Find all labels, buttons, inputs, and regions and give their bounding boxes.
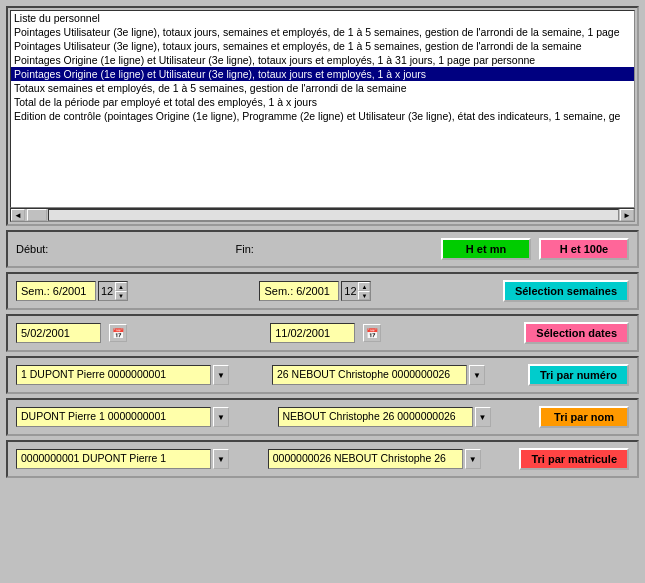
- tri-numero-row: 1 DUPONT Pierre 0000000001 ▼ 26 NEBOUT C…: [6, 356, 639, 394]
- tri-nom-row: DUPONT Pierre 1 0000000001 ▼ NEBOUT Chri…: [6, 398, 639, 436]
- num-dropdown1-container: 1 DUPONT Pierre 0000000001 ▼: [16, 365, 229, 385]
- time-format-row: Début: Fin: H et mn H et 100e: [6, 230, 639, 268]
- date2-calendar-icon[interactable]: 📅: [363, 324, 381, 342]
- mat-dropdown2-container: 0000000026 NEBOUT Christophe 26 ▼: [268, 449, 481, 469]
- list-section: Liste du personnelPointages Utilisateur …: [6, 6, 639, 226]
- num-dropdown1-input[interactable]: 1 DUPONT Pierre 0000000001: [16, 365, 211, 385]
- nom-dropdown2-container: NEBOUT Christophe 26 0000000026 ▼: [278, 407, 491, 427]
- num-dropdown1-arrow[interactable]: ▼: [213, 365, 229, 385]
- date1-input[interactable]: 5/02/2001: [16, 323, 101, 343]
- h-100e-button[interactable]: H et 100e: [539, 238, 629, 260]
- date-selection-row: 5/02/2001 📅 11/02/2001 📅 Sélection dates: [6, 314, 639, 352]
- mat-dropdown2-arrow[interactable]: ▼: [465, 449, 481, 469]
- selection-dates-button[interactable]: Sélection dates: [524, 322, 629, 344]
- tri-numero-button[interactable]: Tri par numéro: [528, 364, 629, 386]
- list-item[interactable]: Pointages Utilisateur (3e ligne), totaux…: [11, 39, 634, 53]
- list-item[interactable]: Edition de contrôle (pointages Origine (…: [11, 109, 634, 123]
- scroll-thumb[interactable]: [27, 209, 47, 221]
- nom-dropdown1-arrow[interactable]: ▼: [213, 407, 229, 427]
- sem2-input[interactable]: Sem.: 6/2001: [259, 281, 339, 301]
- num-dropdown2-container: 26 NEBOUT Christophe 0000000026 ▼: [272, 365, 485, 385]
- selection-semaines-button[interactable]: Sélection semaines: [503, 280, 629, 302]
- sem1-spinner: ▲ ▼: [98, 281, 128, 301]
- sem2-spin-up[interactable]: ▲: [358, 282, 370, 291]
- list-item[interactable]: Liste du personnel: [11, 11, 634, 25]
- date1-calendar-icon[interactable]: 📅: [109, 324, 127, 342]
- scroll-left-arrow[interactable]: ◄: [11, 209, 25, 221]
- sem1-spin-input[interactable]: [99, 285, 115, 297]
- sem2-spinner: ▲ ▼: [341, 281, 371, 301]
- mat-dropdown1-container: 0000000001 DUPONT Pierre 1 ▼: [16, 449, 229, 469]
- sem1-spin-buttons: ▲ ▼: [115, 282, 127, 300]
- list-item[interactable]: Pointages Origine (1e ligne) et Utilisat…: [11, 53, 634, 67]
- sem2-spin-buttons: ▲ ▼: [358, 282, 370, 300]
- num-dropdown2-input[interactable]: 26 NEBOUT Christophe 0000000026: [272, 365, 467, 385]
- num-dropdown2-arrow[interactable]: ▼: [469, 365, 485, 385]
- date2-input[interactable]: 11/02/2001: [270, 323, 355, 343]
- sem1-spin-down[interactable]: ▼: [115, 291, 127, 300]
- sem2-spin-down[interactable]: ▼: [358, 291, 370, 300]
- list-item[interactable]: Pointages Utilisateur (3e ligne), totaux…: [11, 25, 634, 39]
- debut-label: Début:: [16, 243, 48, 255]
- nom-dropdown2-input[interactable]: NEBOUT Christophe 26 0000000026: [278, 407, 473, 427]
- report-list[interactable]: Liste du personnelPointages Utilisateur …: [10, 10, 635, 208]
- sem2-spin-input[interactable]: [342, 285, 358, 297]
- week-selection-row: Sem.: 6/2001 ▲ ▼ Sem.: 6/2001 ▲ ▼ Sélect…: [6, 272, 639, 310]
- h-mn-button[interactable]: H et mn: [441, 238, 531, 260]
- horizontal-scrollbar[interactable]: ◄ ►: [10, 208, 635, 222]
- sem2-container: Sem.: 6/2001 ▲ ▼: [259, 281, 371, 301]
- mat-dropdown1-arrow[interactable]: ▼: [213, 449, 229, 469]
- sem1-input[interactable]: Sem.: 6/2001: [16, 281, 96, 301]
- tri-nom-button[interactable]: Tri par nom: [539, 406, 629, 428]
- list-item[interactable]: Total de la période par employé et total…: [11, 95, 634, 109]
- scroll-right-arrow[interactable]: ►: [620, 209, 634, 221]
- tri-matricule-button[interactable]: Tri par matricule: [519, 448, 629, 470]
- nom-dropdown2-arrow[interactable]: ▼: [475, 407, 491, 427]
- list-item[interactable]: Pointages Origine (1e ligne) et Utilisat…: [11, 67, 634, 81]
- fin-label: Fin:: [236, 243, 254, 255]
- list-item[interactable]: Totaux semaines et employés, de 1 à 5 se…: [11, 81, 634, 95]
- tri-matricule-row: 0000000001 DUPONT Pierre 1 ▼ 0000000026 …: [6, 440, 639, 478]
- nom-dropdown1-container: DUPONT Pierre 1 0000000001 ▼: [16, 407, 229, 427]
- sem1-container: Sem.: 6/2001 ▲ ▼: [16, 281, 128, 301]
- mat-dropdown2-input[interactable]: 0000000026 NEBOUT Christophe 26: [268, 449, 463, 469]
- nom-dropdown1-input[interactable]: DUPONT Pierre 1 0000000001: [16, 407, 211, 427]
- mat-dropdown1-input[interactable]: 0000000001 DUPONT Pierre 1: [16, 449, 211, 469]
- scroll-track: [48, 209, 619, 221]
- sem1-spin-up[interactable]: ▲: [115, 282, 127, 291]
